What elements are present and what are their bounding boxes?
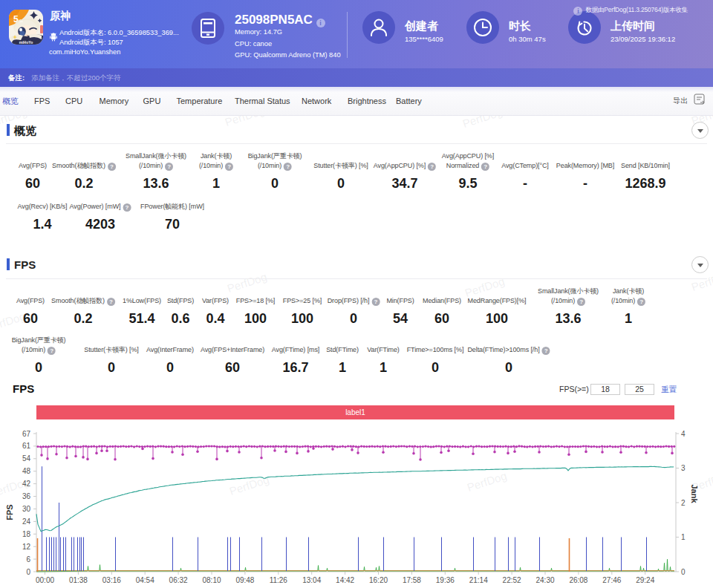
svg-text:03:16: 03:16: [102, 576, 121, 584]
svg-text:21:14: 21:14: [469, 576, 488, 584]
svg-text:11:26: 11:26: [270, 576, 288, 584]
svg-text:FPS: FPS: [5, 504, 14, 520]
svg-text:0: 0: [681, 568, 686, 576]
svg-text:67: 67: [22, 430, 31, 438]
svg-text:54: 54: [22, 454, 31, 463]
svg-text:4: 4: [681, 430, 686, 438]
svg-text:19:36: 19:36: [436, 576, 455, 584]
svg-text:1: 1: [681, 533, 686, 541]
svg-text:09:48: 09:48: [235, 576, 254, 584]
svg-text:miHoYo: miHoYo: [19, 40, 33, 45]
svg-text:06:32: 06:32: [169, 576, 188, 584]
svg-text:36: 36: [22, 492, 31, 500]
svg-text:6: 6: [26, 555, 30, 564]
svg-text:42: 42: [22, 480, 31, 488]
svg-text:01:38: 01:38: [69, 576, 88, 584]
svg-text:61: 61: [22, 442, 31, 450]
svg-text:04:54: 04:54: [136, 576, 154, 584]
svg-text:14:42: 14:42: [336, 576, 354, 584]
svg-text:22:52: 22:52: [503, 576, 521, 584]
svg-text:3: 3: [681, 464, 686, 472]
svg-text:27:46: 27:46: [602, 576, 621, 584]
svg-text:2: 2: [681, 499, 686, 507]
svg-text:0: 0: [26, 568, 30, 576]
svg-text:26:08: 26:08: [569, 576, 587, 584]
svg-text:Jank: Jank: [690, 484, 699, 503]
svg-text:30: 30: [22, 505, 31, 513]
svg-text:16:20: 16:20: [369, 576, 388, 584]
svg-text:48: 48: [22, 467, 31, 475]
svg-text:29:24: 29:24: [636, 576, 654, 584]
svg-text:18: 18: [22, 530, 31, 538]
svg-text:00:00: 00:00: [36, 576, 54, 584]
svg-text:13:04: 13:04: [302, 576, 321, 584]
svg-text:17:58: 17:58: [403, 576, 421, 584]
svg-text:08:10: 08:10: [202, 576, 221, 584]
svg-text:12: 12: [22, 543, 31, 551]
svg-text:24: 24: [22, 517, 31, 526]
svg-text:24:30: 24:30: [535, 576, 554, 584]
